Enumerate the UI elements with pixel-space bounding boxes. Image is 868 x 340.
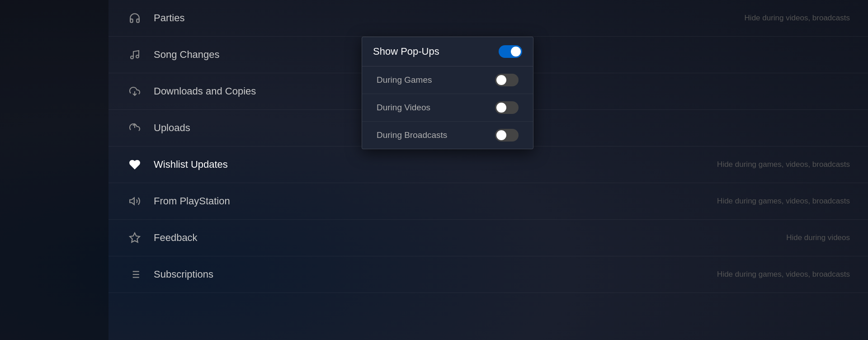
menu-item-from-playstation[interactable]: From PlayStation Hide during games, vide… bbox=[108, 183, 868, 220]
svg-point-0 bbox=[131, 56, 133, 59]
during-broadcasts-item[interactable]: During Broadcasts bbox=[362, 122, 533, 149]
toggle-knob bbox=[511, 47, 521, 57]
subscriptions-icon bbox=[127, 266, 143, 283]
during-videos-toggle[interactable] bbox=[495, 101, 519, 114]
popup-title: Show Pop-Ups bbox=[373, 46, 439, 57]
parties-label: Parties bbox=[154, 12, 736, 24]
wishlist-status: Hide during games, videos, broadcasts bbox=[717, 160, 850, 169]
svg-marker-4 bbox=[130, 198, 134, 204]
upload-icon bbox=[127, 120, 143, 136]
during-videos-item[interactable]: During Videos bbox=[362, 94, 533, 122]
from-playstation-status: Hide during games, videos, broadcasts bbox=[717, 197, 850, 206]
toggle-knob-games bbox=[496, 75, 506, 85]
content-area: Parties Hide during videos, broadcasts S… bbox=[108, 0, 868, 340]
show-popups-toggle[interactable] bbox=[499, 45, 522, 58]
menu-list: Parties Hide during videos, broadcasts S… bbox=[108, 0, 868, 293]
music-icon bbox=[127, 47, 143, 63]
popup-header: Show Pop-Ups bbox=[362, 37, 533, 66]
heart-icon bbox=[127, 156, 143, 173]
menu-item-parties[interactable]: Parties Hide during videos, broadcasts bbox=[108, 0, 868, 37]
during-videos-label: During Videos bbox=[377, 103, 430, 113]
menu-item-subscriptions[interactable]: Subscriptions Hide during games, videos,… bbox=[108, 256, 868, 293]
parties-status: Hide during videos, broadcasts bbox=[745, 14, 850, 23]
feedback-label: Feedback bbox=[154, 232, 777, 244]
svg-point-1 bbox=[136, 55, 139, 58]
left-panel bbox=[0, 0, 108, 340]
download-icon bbox=[127, 83, 143, 99]
wishlist-label: Wishlist Updates bbox=[154, 159, 708, 170]
from-playstation-label: From PlayStation bbox=[154, 195, 708, 207]
subscriptions-status: Hide during games, videos, broadcasts bbox=[717, 270, 850, 279]
feedback-status: Hide during videos bbox=[786, 233, 850, 242]
svg-marker-5 bbox=[130, 233, 140, 242]
menu-item-wishlist[interactable]: Wishlist Updates Hide during games, vide… bbox=[108, 146, 868, 183]
menu-item-feedback[interactable]: Feedback Hide during videos bbox=[108, 220, 868, 256]
star-icon bbox=[127, 230, 143, 246]
main-container: Parties Hide during videos, broadcasts S… bbox=[0, 0, 868, 340]
headphones-icon bbox=[127, 10, 143, 26]
during-broadcasts-label: During Broadcasts bbox=[377, 130, 447, 140]
megaphone-icon bbox=[127, 193, 143, 209]
subscriptions-label: Subscriptions bbox=[154, 269, 708, 280]
menu-item-song-changes[interactable]: Song Changes Show Pop-Ups During Games bbox=[108, 37, 868, 73]
during-broadcasts-toggle[interactable] bbox=[495, 129, 519, 142]
toggle-knob-videos bbox=[496, 103, 506, 113]
during-games-label: During Games bbox=[377, 75, 432, 85]
during-games-item[interactable]: During Games bbox=[362, 66, 533, 94]
toggle-knob-broadcasts bbox=[496, 130, 506, 140]
show-popups-dropdown: Show Pop-Ups During Games During Videos bbox=[362, 37, 533, 149]
during-games-toggle[interactable] bbox=[495, 74, 519, 86]
